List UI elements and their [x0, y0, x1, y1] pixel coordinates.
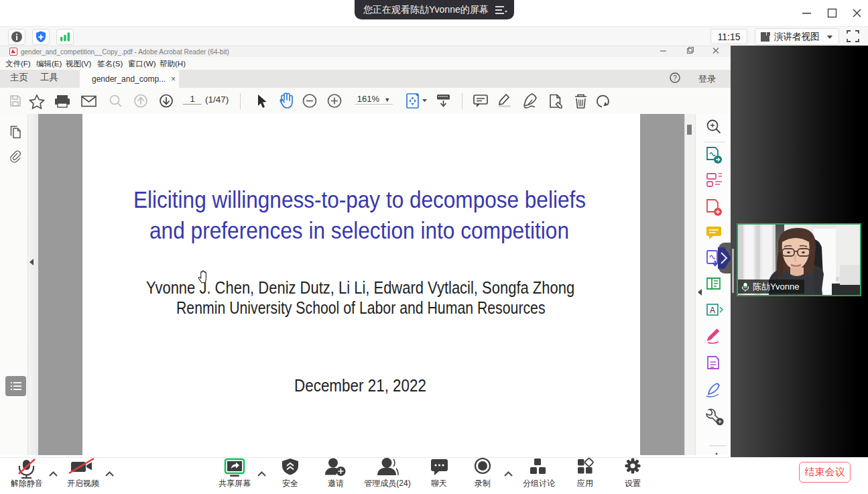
svg-text:A: A	[710, 306, 715, 315]
svg-text:?: ?	[673, 74, 677, 82]
